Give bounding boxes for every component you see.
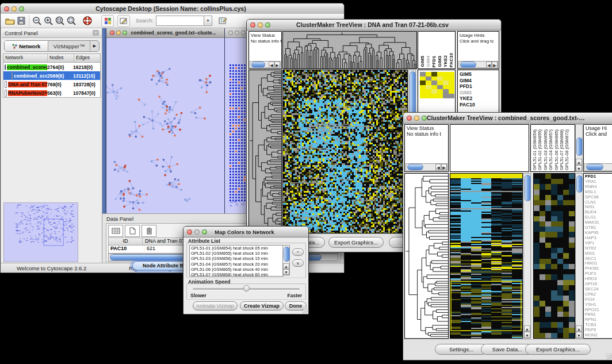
heatmap-zoom-canvas[interactable]: [534, 174, 575, 338]
axis-label[interactable]: GIM5: [420, 56, 425, 67]
close-button[interactable]: [4, 6, 9, 12]
attribute-list-item[interactable]: GPL51-06 (GSM865) heat shock 40 min: [190, 267, 283, 272]
float-panel-icon[interactable]: [93, 28, 99, 38]
move-down-button[interactable]: v: [292, 259, 304, 267]
tv1-usage-hscroll[interactable]: ◀ ▶: [458, 61, 498, 68]
scroll-right-arrow[interactable]: ▶: [441, 164, 447, 170]
scroll-left-arrow[interactable]: ◀: [269, 62, 274, 68]
matrix-cell[interactable]: [431, 76, 437, 81]
annotation-icon[interactable]: [117, 15, 130, 27]
matrix-cell[interactable]: [420, 85, 426, 90]
gene-label[interactable]: GIM5: [460, 71, 499, 78]
scroll-up-arrow[interactable]: ▲: [524, 325, 530, 332]
matrix-cell[interactable]: [443, 89, 449, 94]
search-input[interactable]: [156, 16, 204, 26]
tv2-labels-vscroll[interactable]: ▲ ▼: [575, 124, 583, 172]
animate-vizmap-button[interactable]: Animate Vizmap: [193, 301, 238, 311]
matrix-cell[interactable]: [443, 81, 449, 85]
tv2-genes-vscroll[interactable]: ▲ ▼: [575, 173, 583, 339]
zoom-button[interactable]: [19, 6, 24, 12]
col-edges[interactable]: Edges: [74, 54, 100, 62]
matrix-cell[interactable]: [443, 85, 449, 90]
matrix-cell[interactable]: [437, 85, 443, 90]
zoom-button[interactable]: [202, 229, 207, 235]
axis-label[interactable]: YKE2: [443, 55, 448, 67]
matrix-cell[interactable]: [449, 72, 454, 76]
minimize-button[interactable]: [194, 229, 200, 235]
gene-label[interactable]: GIM4: [460, 78, 499, 84]
export-graphics-button[interactable]: Export Graphics...: [525, 344, 591, 355]
axis-label[interactable]: GPL51-07 (GSM868): [559, 129, 564, 170]
speed-slider-thumb[interactable]: [243, 285, 250, 292]
minimize-button[interactable]: [12, 6, 17, 12]
axis-label[interactable]: GPL51-08 (GSM872): [564, 129, 569, 170]
network-table-row[interactable]: combined_sco 2569(6) 13112(15): [3, 71, 100, 80]
scroll-up-arrow[interactable]: ▲: [576, 325, 582, 332]
axis-label[interactable]: GPL51-04 (GSM857): [548, 129, 553, 170]
matrix-cell[interactable]: [431, 72, 437, 76]
axis-label[interactable]: GPL51-06 (GSM865): [554, 129, 559, 170]
trash-icon[interactable]: [141, 225, 156, 237]
tv1-status-hscroll[interactable]: ◀ ▶: [250, 61, 281, 68]
zoom-out-icon[interactable]: [31, 16, 43, 26]
scroll-down-arrow[interactable]: ▼: [576, 165, 582, 171]
gene-label[interactable]: PAC10: [460, 102, 499, 108]
matrix-cell[interactable]: [426, 81, 431, 85]
col-id[interactable]: ID: [109, 238, 143, 245]
matrix-cell[interactable]: [437, 76, 443, 81]
move-up-button[interactable]: ^: [292, 248, 304, 256]
close-button[interactable]: [228, 30, 233, 35]
network-table-row[interactable]: DNA and Tran 07 769(0) 183728(0): [3, 80, 100, 89]
save-icon[interactable]: [16, 16, 27, 26]
column-dendrogram[interactable]: [283, 32, 416, 68]
col-nodes[interactable]: Nodes: [48, 54, 74, 62]
matrix-cell[interactable]: [420, 89, 426, 94]
tab-overflow-arrow[interactable]: ▶: [90, 41, 99, 51]
matrix-cell[interactable]: [449, 94, 454, 98]
matrix-cell[interactable]: [443, 76, 449, 81]
search-dropdown-arrow[interactable]: ▼: [204, 16, 212, 26]
vscroll-thumb[interactable]: [284, 247, 290, 262]
resize-grip[interactable]: [301, 307, 308, 313]
open-folder-icon[interactable]: [4, 16, 16, 26]
axis-label[interactable]: GPL51-02 (GSM855): [537, 129, 542, 170]
attribute-list-item[interactable]: GPL51-07 (GSM868) heat shock 60 min: [190, 272, 283, 277]
zoom-button[interactable]: [422, 116, 427, 121]
matrix-cell[interactable]: [449, 81, 454, 85]
minimize-button[interactable]: [414, 116, 419, 121]
matrix-cell[interactable]: [426, 85, 431, 90]
zoom-button[interactable]: [265, 22, 270, 28]
correlation-matrix[interactable]: [420, 72, 454, 98]
matrix-cell[interactable]: [449, 85, 454, 90]
matrix-cell[interactable]: [431, 94, 437, 98]
scroll-up-arrow[interactable]: ▲: [283, 263, 289, 269]
matrix-cell[interactable]: [443, 94, 449, 98]
matrix-cell[interactable]: [437, 81, 443, 85]
axis-label[interactable]: PFD1: [431, 56, 437, 67]
attribute-list-item[interactable]: GPL51-03 (GSM856) heat shock 15 min: [190, 256, 283, 261]
attribute-list-item[interactable]: GPL51-01 (GSM854) heat shock 05 min: [190, 246, 283, 251]
zoom-fit-icon[interactable]: [66, 16, 77, 26]
scroll-up-arrow[interactable]: ▲: [576, 159, 582, 165]
close-button[interactable]: [250, 22, 255, 28]
export-graphics-button[interactable]: Export Graphics...: [328, 237, 384, 248]
close-button[interactable]: [110, 30, 114, 35]
network-overview[interactable]: [3, 202, 78, 262]
col-network[interactable]: Network: [3, 54, 48, 62]
attribute-list-item[interactable]: GPL51-02 (GSM855) heat shock 10 min: [190, 251, 283, 256]
network-table-row[interactable]: RNAPuberNov2+ 563(0) 107847(0): [3, 89, 100, 97]
matrix-cell[interactable]: [431, 81, 437, 85]
minimize-button[interactable]: [235, 30, 239, 35]
scroll-left-arrow[interactable]: ◀: [435, 164, 441, 170]
create-vizmap-button[interactable]: Create Vizmap: [240, 301, 284, 311]
tab-vizmapper[interactable]: VizMapper™: [48, 41, 90, 51]
gene-label[interactable]: PFD1: [460, 83, 499, 90]
matrix-cell[interactable]: [449, 76, 454, 81]
network-table-row[interactable]: combined_scores 2764(0) 16218(0): [3, 63, 100, 71]
scroll-down-arrow[interactable]: ▼: [524, 332, 530, 338]
help-lifering-icon[interactable]: [82, 16, 93, 26]
hscroll-thumb[interactable]: [460, 62, 476, 68]
attribute-list-vscroll[interactable]: ▲ ▼: [282, 245, 290, 275]
settings-button[interactable]: Settings...: [435, 344, 488, 355]
treeview1-titlebar[interactable]: ClusterMaker TreeView : DNA and Tran 07-…: [247, 20, 501, 30]
